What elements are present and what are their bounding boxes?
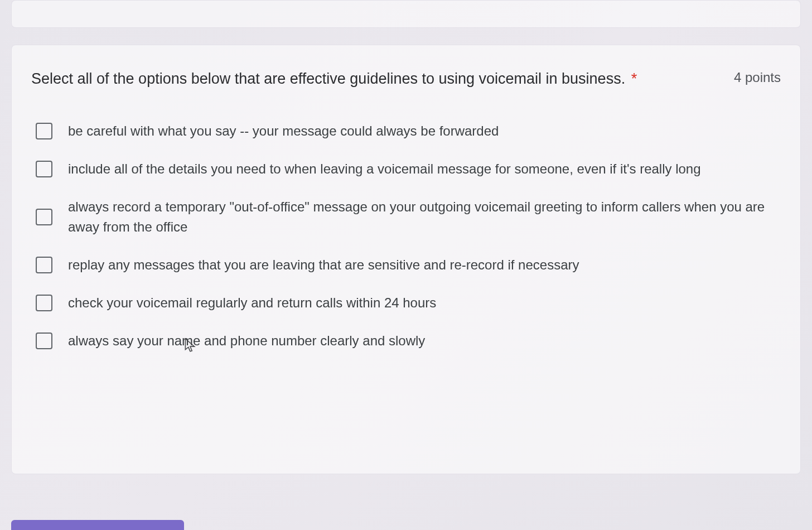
option-label: be careful with what you say -- your mes… xyxy=(68,121,499,141)
checkbox-icon[interactable] xyxy=(36,333,52,349)
question-card: Select all of the options below that are… xyxy=(11,45,801,474)
question-text-content: Select all of the options below that are… xyxy=(31,70,625,87)
option-row[interactable]: include all of the details you need to w… xyxy=(36,159,781,179)
question-header: Select all of the options below that are… xyxy=(31,68,781,90)
checkbox-icon[interactable] xyxy=(36,123,52,139)
checkbox-icon[interactable] xyxy=(36,161,52,177)
option-label: always record a temporary "out-of-office… xyxy=(68,197,781,237)
checkbox-icon[interactable] xyxy=(36,257,52,273)
option-row[interactable]: be careful with what you say -- your mes… xyxy=(36,121,781,141)
option-row[interactable]: replay any messages that you are leaving… xyxy=(36,255,781,275)
option-row[interactable]: always record a temporary "out-of-office… xyxy=(36,197,781,237)
option-label: replay any messages that you are leaving… xyxy=(68,255,579,275)
options-list: be careful with what you say -- your mes… xyxy=(31,121,781,351)
question-prompt: Select all of the options below that are… xyxy=(31,68,717,90)
option-row[interactable]: check your voicemail regularly and retur… xyxy=(36,293,781,313)
option-label: include all of the details you need to w… xyxy=(68,159,701,179)
card-gap xyxy=(0,28,812,45)
required-indicator: * xyxy=(631,70,637,87)
previous-question-card xyxy=(11,0,801,28)
checkbox-icon[interactable] xyxy=(36,295,52,311)
option-label: always say your name and phone number cl… xyxy=(68,331,425,351)
option-label: check your voicemail regularly and retur… xyxy=(68,293,436,313)
option-row[interactable]: always say your name and phone number cl… xyxy=(36,331,781,351)
checkbox-icon[interactable] xyxy=(36,209,52,225)
footer-accent-bar xyxy=(11,520,184,530)
points-label: 4 points xyxy=(734,68,781,85)
